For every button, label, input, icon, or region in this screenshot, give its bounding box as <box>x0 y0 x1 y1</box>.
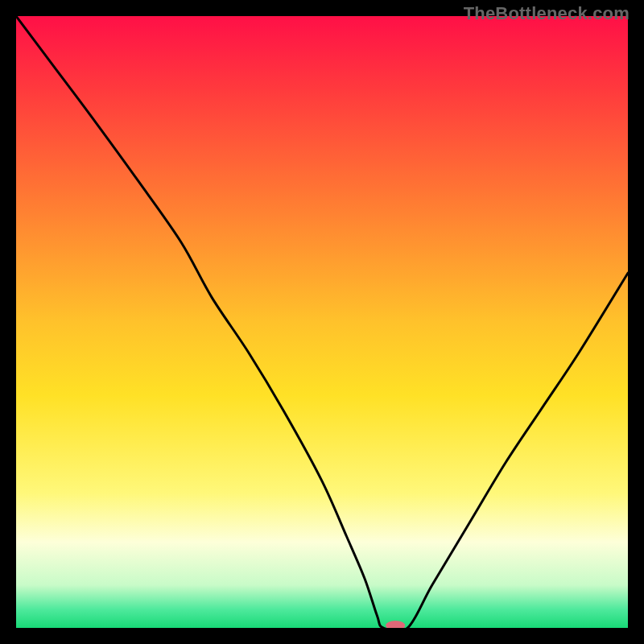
watermark-text: TheBottleneck.com <box>464 3 630 24</box>
chart-svg <box>16 16 628 628</box>
chart-background <box>16 16 628 628</box>
plot-area <box>16 16 628 628</box>
chart-frame: TheBottleneck.com <box>0 0 644 644</box>
